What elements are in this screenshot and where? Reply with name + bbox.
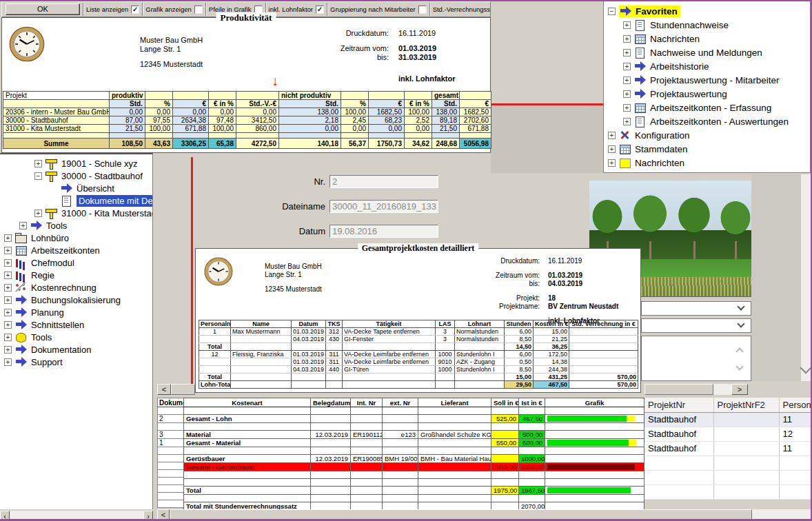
expand-icon[interactable]: + (608, 145, 616, 153)
tree-item-label[interactable]: Stundennachweise (650, 20, 729, 30)
tree-item[interactable]: +Arbeitszeitkonten - Auswertungen (604, 114, 810, 128)
expand-icon[interactable]: + (608, 159, 616, 167)
expand-icon[interactable]: + (4, 334, 12, 341)
expand-icon[interactable]: + (623, 90, 631, 98)
collapse-icon[interactable]: − (34, 172, 42, 180)
tree-item[interactable]: −Favoriten (604, 4, 810, 18)
filter-dropdown-2[interactable] (641, 318, 751, 333)
tree-item-label[interactable]: Schnittstellen (31, 320, 84, 330)
scrollbar-track[interactable] (752, 509, 812, 520)
tree-item-label[interactable]: Tools (46, 221, 67, 231)
tree-item-label[interactable]: 30000 - Stadtbauhof (61, 171, 143, 181)
tree-item[interactable]: +Stundennachweise (604, 18, 810, 32)
expand-icon[interactable]: + (623, 76, 631, 84)
tree-item[interactable]: +Arbeitshistorie (604, 59, 810, 73)
tree-item-label[interactable]: Projektauswertung - Mitarbeiter (650, 75, 780, 85)
tree-item[interactable]: +Planung (0, 306, 152, 318)
expand-icon[interactable]: + (4, 247, 12, 254)
tree-item-label[interactable]: Kostenrechnung (31, 283, 97, 293)
tree-item[interactable]: +Arbeitszeitkonten - Erfassung (604, 101, 810, 114)
right-vertical-scrollbar[interactable] (801, 174, 811, 381)
tree-item[interactable]: +Kostenrechnung (0, 281, 152, 294)
listbox[interactable] (641, 336, 751, 381)
ok-button[interactable]: OK (6, 3, 80, 15)
expand-icon[interactable]: + (4, 284, 12, 292)
tree-item-label[interactable]: Arbeitszeitkonten - Erfassung (650, 103, 771, 113)
expand-icon[interactable]: + (4, 259, 12, 267)
tree-item[interactable]: +Arbeitszeitkonten (0, 244, 152, 256)
tree-item[interactable]: +Schnittstellen (0, 318, 152, 331)
tree-item[interactable]: +Konfiguration (604, 128, 810, 142)
datum-field[interactable]: 19.08.2016 (329, 225, 438, 238)
tree-item[interactable]: +Nachrichten (604, 156, 810, 170)
tree-item-label[interactable]: Lohnbüro (31, 233, 69, 243)
tree-item-label[interactable]: Buchungslokalisierung (31, 295, 121, 305)
tree-item-label[interactable]: Dokumente mit Detail (77, 195, 153, 207)
chevron-up-icon[interactable] (735, 347, 743, 355)
expand-icon[interactable]: + (4, 321, 12, 329)
tree-item-label[interactable]: Support (31, 357, 63, 367)
scrollbar-thumb[interactable] (170, 509, 752, 520)
expand-icon[interactable]: + (34, 160, 42, 167)
tree-item-label[interactable]: Stammdaten (635, 144, 688, 154)
expand-icon[interactable]: + (4, 234, 12, 242)
tree-item-label[interactable]: Projektauswertung (650, 89, 727, 99)
scrollbar-thumb[interactable] (171, 384, 195, 395)
tree-item-label[interactable]: Nachrichten (650, 34, 700, 44)
expand-icon[interactable]: + (34, 210, 42, 217)
expand-icon[interactable]: + (608, 132, 616, 139)
tree-item[interactable]: +Lohnbüro (0, 232, 152, 244)
checkbox[interactable] (194, 6, 203, 14)
expand-icon[interactable]: + (19, 222, 27, 229)
collapse-icon[interactable]: − (608, 8, 616, 15)
tree-item[interactable]: +Regie (0, 269, 152, 281)
expand-icon[interactable]: + (623, 104, 631, 112)
tree-item-label[interactable]: Übersicht (77, 183, 114, 194)
dateiname-field[interactable]: 30000_11_20160819_133 (329, 200, 438, 213)
expand-icon[interactable]: + (4, 309, 12, 316)
tree-item-label[interactable]: Nachweise und Meldungen (650, 48, 762, 58)
tree-item[interactable]: +Nachrichten (604, 32, 810, 45)
nr-field[interactable]: 2 (329, 175, 438, 188)
tree-item[interactable]: +Support (0, 356, 152, 368)
expand-icon[interactable]: + (623, 21, 631, 29)
scroll-right-button[interactable]: > (731, 384, 748, 395)
checkbox[interactable] (418, 6, 427, 14)
tree-item-label[interactable]: 19001 - Schule xyz (61, 159, 138, 169)
expand-icon[interactable]: + (4, 346, 12, 354)
tree-item-label[interactable]: Nachrichten (635, 158, 684, 168)
tree-item-label[interactable]: Favoriten (636, 6, 678, 17)
tree-item-label[interactable]: 31000 - Kita Musterstadt (61, 208, 153, 218)
tree-item[interactable]: +Tools (0, 331, 152, 343)
expand-icon[interactable]: + (4, 358, 12, 366)
tree-item[interactable]: +Buchungslokalisierung (0, 294, 152, 306)
tree-item[interactable]: +Tools (0, 219, 152, 232)
tree-item[interactable]: Übersicht (0, 182, 152, 194)
tree-item[interactable]: +Stammdaten (604, 142, 810, 156)
tree-item-label[interactable]: Chefmodul (31, 258, 74, 268)
filter-dropdown-1[interactable] (641, 301, 751, 316)
tree-item-label[interactable]: Dokumentation (31, 345, 91, 355)
checkbox[interactable] (131, 6, 139, 14)
scroll-left-button[interactable]: < (157, 509, 170, 520)
tree-item[interactable]: +Projektauswertung - Mitarbeiter (604, 73, 810, 87)
tree-item-label[interactable]: Arbeitshistorie (650, 61, 709, 72)
expand-icon[interactable]: + (4, 272, 12, 279)
tree-item-label[interactable]: Arbeitszeitkonten (31, 245, 100, 256)
expand-icon[interactable]: + (623, 118, 631, 125)
tree-item[interactable]: +19001 - Schule xyz (0, 157, 152, 170)
tree-item-label[interactable]: Arbeitszeitkonten - Auswertungen (650, 116, 789, 127)
checkbox[interactable] (316, 6, 324, 14)
tree-item[interactable]: −30000 - Stadtbauhof (0, 170, 152, 182)
tree-item[interactable]: +31000 - Kita Musterstadt (0, 207, 152, 219)
chevron-down-icon[interactable] (735, 362, 743, 370)
expand-icon[interactable]: + (4, 296, 12, 304)
tree-item-label[interactable]: Regie (31, 270, 54, 280)
tree-item[interactable]: +Dokumentation (0, 343, 152, 356)
tree-item-label[interactable]: Planung (31, 307, 64, 318)
scrollbar-thumb[interactable] (644, 384, 713, 395)
tree-item-label[interactable]: Konfiguration (635, 130, 690, 141)
scrollbar-track[interactable] (713, 384, 731, 395)
tree-item[interactable]: +Nachweise und Meldungen (604, 45, 810, 59)
scroll-left-button[interactable]: < (157, 384, 171, 395)
